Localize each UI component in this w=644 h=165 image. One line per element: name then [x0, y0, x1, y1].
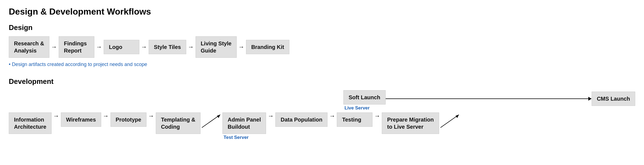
arrow-dev-1: →: [53, 112, 59, 120]
development-heading: Development: [9, 77, 635, 86]
flow-box-cms-launch: CMS Launch: [592, 92, 635, 106]
arrow-dev-5: →: [329, 112, 335, 120]
flow-box-info-arch: Information Architecture: [9, 112, 52, 134]
flow-box-style-tiles: Style Tiles: [149, 40, 186, 54]
soft-launch-block: Soft Launch Live Server: [343, 90, 386, 111]
lower-path-row: Information Architecture → Wireframes → …: [9, 112, 635, 140]
arrow-dev-2: →: [103, 112, 109, 120]
flow-box-findings: Findings Report: [59, 36, 94, 58]
svg-marker-1: [217, 115, 220, 118]
development-section: Development Soft Launch Live Server CMS …: [9, 77, 635, 140]
test-server-label: Test Server: [222, 135, 248, 140]
diag-arrow-up-cms: [439, 112, 461, 132]
flow-box-logo: Logo: [104, 40, 139, 54]
arrow-1: →: [51, 43, 57, 51]
svg-line-0: [202, 115, 220, 128]
svg-line-2: [440, 115, 459, 128]
flow-box-prototype: Prototype: [111, 112, 146, 127]
long-line-arrow: [588, 97, 592, 101]
design-flow: Research & Analysis → Findings Report → …: [9, 36, 635, 58]
design-heading: Design: [9, 23, 635, 32]
flow-box-research: Research & Analysis: [9, 36, 49, 58]
dev-diagram: Soft Launch Live Server CMS Launch Infor…: [9, 90, 635, 140]
admin-panel-block: Admin Panel Buildout Test Server: [222, 112, 266, 140]
flow-box-prepare-migration: Prepare Migration to Live Server: [382, 112, 439, 134]
arrow-dev-3: →: [148, 112, 154, 120]
flow-box-branding-kit: Branding Kit: [246, 40, 289, 54]
page-title: Design & Development Workflows: [9, 7, 635, 17]
flow-box-testing: Testing: [337, 112, 372, 127]
upper-path-row: Soft Launch Live Server CMS Launch: [343, 90, 635, 111]
arrow-3: →: [141, 43, 147, 51]
arrow-dev-6: →: [374, 112, 380, 120]
flow-box-wireframes: Wireframes: [61, 112, 101, 127]
design-note: Design artifacts created according to pr…: [9, 62, 635, 67]
flow-box-data-population: Data Population: [275, 112, 327, 127]
arrow-2: →: [96, 43, 102, 51]
live-server-label: Live Server: [343, 105, 370, 111]
flow-box-soft-launch: Soft Launch: [343, 90, 386, 105]
flow-box-admin-panel: Admin Panel Buildout: [222, 112, 266, 134]
diag-arrow-up: [200, 112, 222, 132]
design-section: Design Research & Analysis → Findings Re…: [9, 23, 635, 67]
arrow-dev-4: →: [268, 112, 274, 120]
flow-box-templating: Templating & Coding: [156, 112, 200, 134]
flow-box-living-style-guide: Living Style Guide: [196, 36, 237, 58]
arrow-5: →: [238, 43, 244, 51]
arrow-4: →: [188, 43, 194, 51]
svg-marker-3: [456, 115, 459, 118]
long-line: [386, 98, 588, 99]
